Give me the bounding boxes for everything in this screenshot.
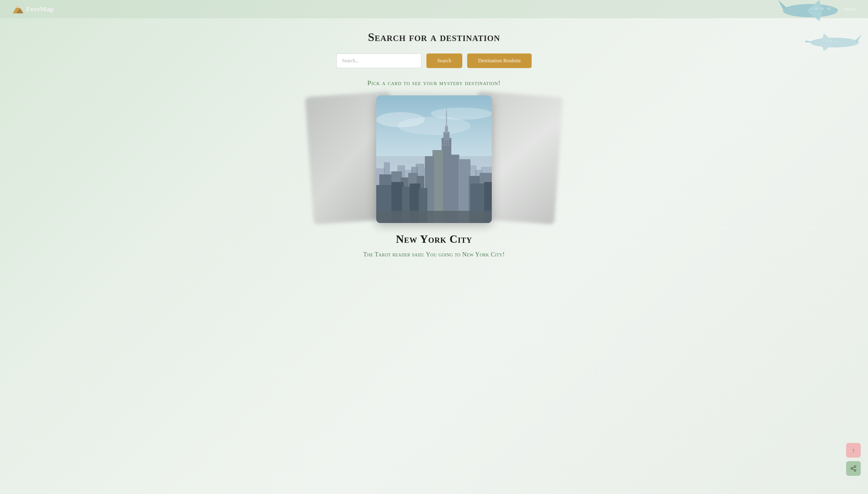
logo-area[interactable]: ForeMap: [12, 4, 54, 15]
navbar: ForeMap Home Map About: [0, 0, 868, 18]
page-title: Search for a destination: [368, 31, 500, 44]
svg-line-64: [852, 469, 854, 470]
nav-about-link[interactable]: About: [844, 6, 856, 12]
nav-links: Home Map About: [808, 6, 856, 12]
main-destination-card[interactable]: [376, 95, 492, 223]
tarot-message: The Tarot reader said: You going to New …: [363, 251, 505, 258]
nav-map-link[interactable]: Map: [828, 6, 836, 12]
svg-point-62: [851, 468, 853, 469]
svg-point-63: [854, 470, 856, 472]
svg-point-61: [854, 466, 856, 468]
nyc-skyline-image: [376, 95, 492, 223]
logo-text: ForeMap: [26, 5, 54, 13]
main-content: Search for a destination Search Destinat…: [0, 18, 868, 276]
destination-name: New York City: [396, 233, 472, 246]
share-button[interactable]: [846, 461, 861, 476]
scroll-up-button[interactable]: ↑: [846, 443, 861, 458]
svg-line-65: [852, 467, 854, 468]
share-icon: [850, 465, 857, 472]
cards-row: [252, 95, 616, 223]
search-row: Search Destination Roulette: [337, 54, 532, 68]
mountain-icon: [12, 4, 23, 15]
floating-buttons: ↑: [846, 443, 861, 476]
search-button[interactable]: Search: [427, 54, 462, 68]
svg-marker-10: [16, 5, 19, 8]
nav-home-link[interactable]: Home: [808, 6, 820, 12]
search-input[interactable]: [337, 54, 421, 68]
roulette-button[interactable]: Destination Roulette: [467, 54, 531, 68]
card-subtitle: Pick a card to see your mystery destinat…: [367, 79, 501, 87]
svg-rect-60: [376, 95, 492, 223]
